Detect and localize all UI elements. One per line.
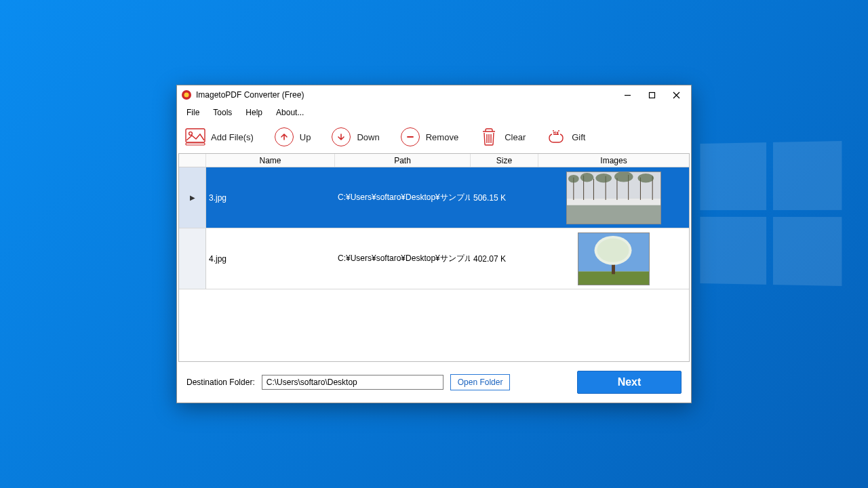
col-name[interactable]: Name (206, 154, 335, 167)
bottom-bar: Destination Folder: Open Folder Next (177, 362, 691, 403)
svg-point-20 (568, 174, 579, 182)
window-title: ImagetoPDF Converter (Free) (196, 90, 304, 100)
svg-rect-4 (186, 129, 205, 142)
row-indicator (179, 228, 206, 289)
remove-label: Remove (426, 132, 458, 142)
col-handle[interactable] (179, 154, 206, 167)
cell-size: 506.15 K (471, 167, 538, 228)
svg-point-24 (637, 173, 654, 182)
menu-help[interactable]: Help (240, 106, 268, 119)
destination-label: Destination Folder: (186, 378, 255, 387)
titlebar[interactable]: ImagetoPDF Converter (Free) (177, 85, 691, 104)
cell-image (538, 167, 689, 228)
cell-path: C:¥Users¥softaro¥Desktop¥サンプル¥画... (335, 228, 471, 289)
menubar: File Tools Help About... (177, 104, 691, 121)
table-body: ▶ 3.jpg C:¥Users¥softaro¥Desktop¥サンプル¥画.… (179, 167, 689, 289)
app-window: ImagetoPDF Converter (Free) File Tools H… (176, 85, 692, 403)
svg-point-29 (597, 238, 629, 262)
add-files-button[interactable]: Add File(s) (182, 125, 256, 148)
add-files-label: Add File(s) (211, 132, 254, 142)
svg-text:GIFT: GIFT (553, 131, 559, 135)
cell-image (538, 228, 689, 289)
menu-about[interactable]: About... (271, 106, 309, 119)
svg-rect-11 (567, 198, 660, 205)
gift-label: Gift (572, 132, 585, 142)
cell-path: C:¥Users¥softaro¥Desktop¥サンプル¥画... (335, 167, 471, 228)
app-icon (181, 89, 192, 100)
svg-point-22 (595, 173, 612, 182)
up-button[interactable]: Up (271, 125, 314, 148)
maximize-button[interactable] (639, 87, 664, 103)
gift-icon: GIFT (546, 127, 566, 147)
svg-rect-3 (649, 92, 654, 98)
arrow-down-icon (331, 127, 351, 147)
file-table: Name Path Size Images ▶ 3.jpg C:¥Users¥s… (178, 153, 690, 362)
col-size[interactable]: Size (471, 154, 538, 167)
down-button[interactable]: Down (328, 125, 382, 148)
up-label: Up (300, 132, 311, 142)
thumbnail-icon (578, 232, 650, 285)
svg-point-1 (184, 93, 189, 98)
menu-file[interactable]: File (181, 106, 205, 119)
cell-name: 3.jpg (206, 167, 335, 228)
col-path[interactable]: Path (335, 154, 471, 167)
svg-rect-6 (186, 143, 205, 145)
desktop-background: ImagetoPDF Converter (Free) File Tools H… (0, 0, 868, 488)
thumbnail-icon (566, 171, 661, 224)
col-images[interactable]: Images (538, 154, 689, 167)
minimize-button[interactable] (615, 87, 639, 103)
destination-input[interactable] (262, 375, 443, 390)
windows-logo (700, 141, 842, 286)
row-indicator: ▶ (179, 167, 206, 228)
table-empty-area (179, 289, 689, 361)
trash-icon (479, 127, 499, 147)
next-button[interactable]: Next (577, 371, 682, 394)
table-row[interactable]: ▶ 3.jpg C:¥Users¥softaro¥Desktop¥サンプル¥画.… (179, 167, 689, 228)
clear-button[interactable]: Clear (476, 125, 528, 148)
svg-rect-2 (625, 95, 631, 96)
gift-button[interactable]: GIFT Gift (543, 125, 588, 148)
minus-icon (400, 127, 420, 147)
table-row[interactable]: 4.jpg C:¥Users¥softaro¥Desktop¥サンプル¥画...… (179, 228, 689, 289)
down-label: Down (357, 132, 379, 142)
image-icon (185, 127, 205, 147)
cell-name: 4.jpg (206, 228, 335, 289)
table-header: Name Path Size Images (179, 154, 689, 167)
menu-tools[interactable]: Tools (208, 106, 237, 119)
toolbar: Add File(s) Up Down (177, 121, 691, 153)
svg-point-21 (580, 172, 594, 182)
remove-button[interactable]: Remove (397, 125, 461, 148)
open-folder-button[interactable]: Open Folder (450, 374, 511, 390)
svg-point-5 (189, 132, 193, 136)
close-button[interactable] (664, 87, 688, 103)
window-controls (615, 87, 688, 103)
clear-label: Clear (505, 132, 526, 142)
arrow-up-icon (274, 127, 294, 147)
cell-size: 402.07 K (471, 228, 538, 289)
